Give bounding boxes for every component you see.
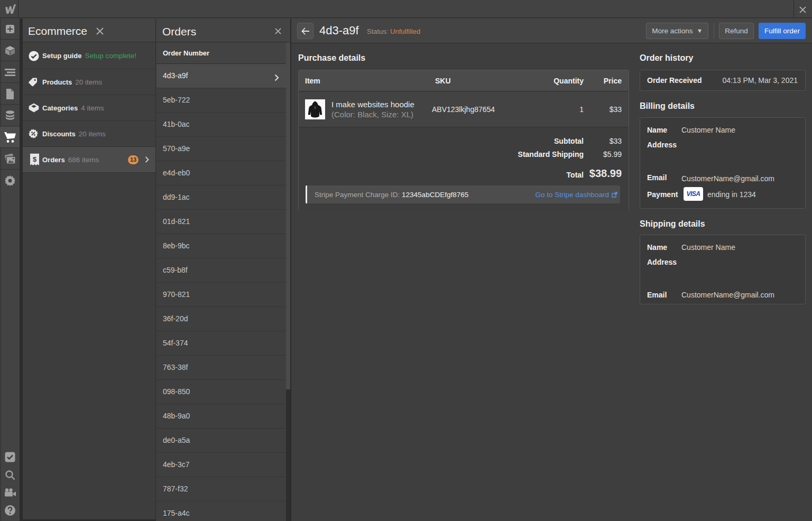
svg-text:$: $ <box>33 155 37 163</box>
